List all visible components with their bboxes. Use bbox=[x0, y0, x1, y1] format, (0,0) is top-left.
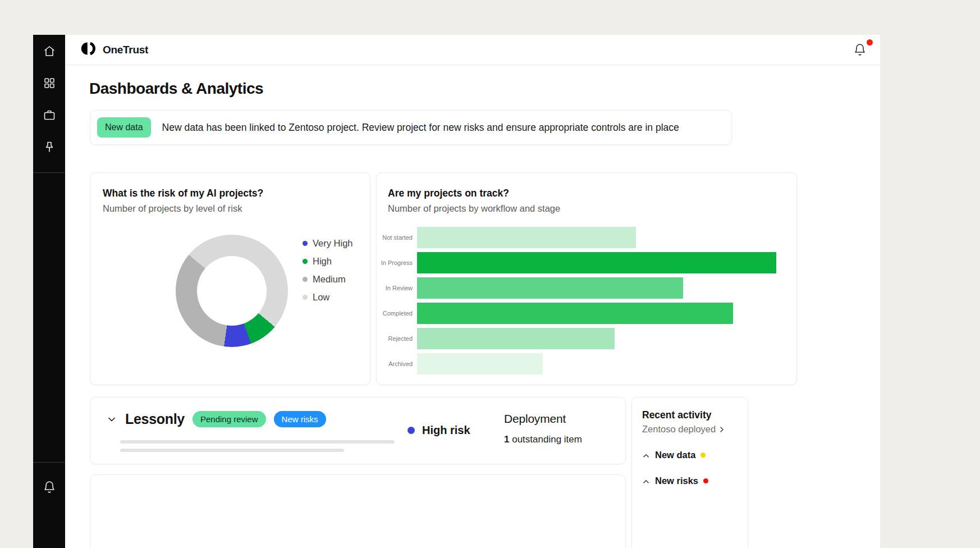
project-card: Lessonly Pending review New risks High r… bbox=[90, 397, 626, 464]
bar-track bbox=[417, 227, 776, 248]
bar-category-label: Archived bbox=[377, 360, 417, 367]
bar-row: Not started bbox=[377, 227, 796, 248]
zentoso-deployed-link[interactable]: Zentoso deployed bbox=[642, 424, 738, 435]
banner-message: New data has been linked to Zentoso proj… bbox=[162, 122, 679, 134]
bar-category-label: In Review bbox=[377, 285, 417, 291]
track-card-subtitle: Number of projects by workflow and stage bbox=[388, 203, 785, 214]
legend-dot bbox=[303, 259, 308, 264]
risk-card-title: What is the risk of my AI projects? bbox=[103, 188, 358, 199]
bar-row: Archived bbox=[377, 353, 796, 375]
track-card-title: Are my projects on track? bbox=[388, 188, 785, 199]
apps-grid-icon[interactable] bbox=[43, 76, 56, 90]
notification-banner: New data New data has been linked to Zen… bbox=[90, 110, 732, 145]
project-name: Lessonly bbox=[125, 411, 185, 427]
briefcase-icon[interactable] bbox=[43, 108, 56, 122]
outstanding-count: 1 bbox=[504, 434, 509, 445]
brand-name: OneTrust bbox=[103, 44, 148, 56]
risk-card: What is the risk of my AI projects? Numb… bbox=[90, 172, 370, 385]
onetrust-logo-icon bbox=[80, 42, 98, 58]
legend-item: Very High bbox=[303, 238, 353, 249]
legend-item: Low bbox=[303, 292, 353, 303]
risk-level-indicator: High risk bbox=[407, 424, 470, 437]
bar-category-label: Completed bbox=[377, 310, 417, 317]
chevron-down-icon[interactable] bbox=[106, 414, 117, 425]
bar-row: Rejected bbox=[377, 328, 796, 349]
bar-row: In Progress bbox=[377, 252, 796, 273]
activity-status-dot bbox=[703, 478, 708, 483]
bar-track bbox=[417, 303, 776, 324]
bar-row: Completed bbox=[377, 303, 796, 324]
activity-items: New dataNew risks bbox=[642, 450, 738, 486]
zentoso-deployed-label: Zentoso deployed bbox=[642, 424, 716, 435]
activity-item-label: New risks bbox=[655, 476, 698, 486]
new-data-badge: New data bbox=[97, 117, 151, 138]
high-risk-dot bbox=[407, 427, 415, 434]
risk-donut-chart bbox=[176, 235, 288, 347]
legend-dot bbox=[303, 295, 308, 300]
progress-bar-top bbox=[120, 440, 395, 444]
legend-label: Very High bbox=[313, 238, 353, 249]
track-card: Are my projects on track? Number of proj… bbox=[376, 172, 797, 385]
top-bar: OneTrust bbox=[65, 35, 880, 65]
bar-track bbox=[417, 252, 776, 273]
new-risks-badge: New risks bbox=[274, 411, 326, 427]
track-bar-chart: Not startedIn ProgressIn ReviewCompleted… bbox=[377, 227, 796, 378]
activity-item[interactable]: New risks bbox=[642, 476, 738, 486]
legend-label: Low bbox=[313, 292, 329, 303]
outstanding-items: 1 outstanding item bbox=[504, 434, 582, 445]
sidebar-divider bbox=[33, 172, 65, 173]
brand[interactable]: OneTrust bbox=[80, 42, 148, 58]
risk-level-label: High risk bbox=[422, 424, 470, 437]
bar-fill bbox=[417, 227, 636, 248]
charts-row: What is the risk of my AI projects? Numb… bbox=[90, 172, 797, 385]
recent-activity-title: Recent activity bbox=[642, 409, 738, 421]
bar-track bbox=[417, 277, 776, 299]
legend-dot bbox=[303, 241, 308, 246]
bar-fill bbox=[417, 303, 733, 324]
project-stage: Deployment bbox=[504, 412, 566, 426]
notification-indicator-dot bbox=[867, 39, 873, 45]
chevron-right-icon bbox=[717, 425, 726, 434]
recent-activity-card: Recent activity Zentoso deployed New dat… bbox=[631, 397, 748, 548]
pin-icon[interactable] bbox=[43, 140, 56, 154]
bar-fill bbox=[417, 328, 615, 349]
chevron-up-icon bbox=[642, 477, 650, 485]
bar-category-label: Rejected bbox=[377, 335, 417, 342]
next-project-card[interactable] bbox=[90, 474, 626, 548]
main-content: Dashboards & Analytics New data New data… bbox=[65, 65, 880, 548]
risk-legend: Very HighHighMediumLow bbox=[303, 238, 353, 310]
home-icon[interactable] bbox=[43, 44, 56, 58]
outstanding-label: outstanding item bbox=[512, 434, 582, 445]
risk-card-subtitle: Number of projects by level of risk bbox=[103, 203, 358, 214]
project-header: Lessonly Pending review New risks bbox=[106, 411, 326, 427]
sidebar bbox=[33, 35, 65, 548]
activity-status-dot bbox=[700, 453, 706, 458]
bar-fill bbox=[417, 353, 543, 375]
bar-fill bbox=[417, 277, 683, 299]
page-title: Dashboards & Analytics bbox=[89, 80, 263, 98]
bar-track bbox=[417, 328, 776, 349]
bar-category-label: In Progress bbox=[377, 259, 417, 266]
legend-label: Medium bbox=[313, 274, 346, 285]
legend-item: High bbox=[303, 256, 353, 267]
chevron-up-icon bbox=[642, 451, 650, 459]
pending-review-badge: Pending review bbox=[193, 411, 266, 427]
legend-dot bbox=[303, 277, 308, 282]
sidebar-bell-icon[interactable] bbox=[43, 481, 56, 494]
notifications-bell-icon[interactable] bbox=[853, 43, 867, 57]
sidebar-bottom-divider bbox=[33, 462, 65, 463]
progress-bar-bottom bbox=[120, 449, 344, 452]
activity-item[interactable]: New data bbox=[642, 450, 738, 460]
bar-fill bbox=[417, 252, 776, 273]
bar-row: In Review bbox=[377, 277, 796, 299]
bar-track bbox=[417, 353, 776, 375]
activity-item-label: New data bbox=[655, 450, 695, 460]
legend-label: High bbox=[313, 256, 332, 267]
bar-category-label: Not started bbox=[377, 234, 417, 241]
legend-item: Medium bbox=[303, 274, 353, 285]
